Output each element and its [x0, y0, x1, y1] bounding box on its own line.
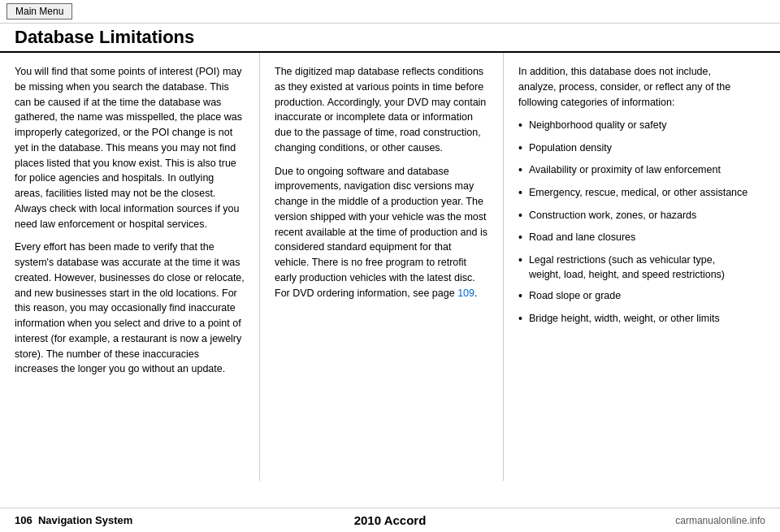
footer: 106 Navigation System 2010 Accord carman…	[0, 508, 780, 532]
bullet-list: Neighborhood quality or safetyPopulation…	[518, 118, 749, 327]
mid-para-2-end: .	[474, 288, 477, 299]
page-link[interactable]: 109	[457, 288, 474, 299]
bullet-item-3: Emergency, rescue, medical, or other ass…	[518, 185, 749, 201]
bullet-item-7: Road slope or grade	[518, 288, 749, 305]
main-menu-button[interactable]: Main Menu	[6, 3, 72, 19]
bullet-item-5: Road and lane closures	[518, 230, 749, 246]
top-menu-bar: Main Menu	[0, 0, 780, 24]
bullet-item-1: Population density	[518, 141, 749, 157]
left-para-1: You will find that some points of intere…	[15, 64, 245, 231]
mid-column: The digitized map database reflects cond…	[260, 53, 504, 481]
footer-left: 106 Navigation System	[15, 514, 132, 526]
page-title: Database Limitations	[15, 27, 194, 47]
bullet-item-0: Neighborhood quality or safety	[518, 118, 749, 134]
bullet-item-2: Availability or proximity of law enforce…	[518, 162, 749, 179]
footer-right-text: carmanualonline.info	[675, 515, 765, 526]
left-column: You will find that some points of intere…	[0, 53, 260, 481]
mid-para-2-text: Due to ongoing software and database imp…	[275, 166, 488, 299]
right-intro: In addition, this database does not incl…	[518, 64, 749, 110]
nav-system-label: Navigation System	[38, 514, 132, 526]
page-title-bar: Database Limitations	[0, 24, 780, 53]
footer-center-title: 2010 Accord	[354, 513, 427, 527]
bullet-item-8: Bridge height, width, weight, or other l…	[518, 311, 749, 327]
main-content: You will find that some points of intere…	[0, 53, 780, 481]
right-column: In addition, this database does not incl…	[504, 53, 764, 481]
page-number: 106	[15, 514, 32, 526]
mid-para-2: Due to ongoing software and database imp…	[275, 164, 488, 301]
bullet-item-4: Construction work, zones, or hazards	[518, 208, 749, 224]
bullet-item-6: Legal restrictions (such as vehicular ty…	[518, 253, 749, 282]
mid-para-1: The digitized map database reflects cond…	[275, 64, 488, 156]
left-para-2: Every effort has been made to verify tha…	[15, 240, 245, 377]
